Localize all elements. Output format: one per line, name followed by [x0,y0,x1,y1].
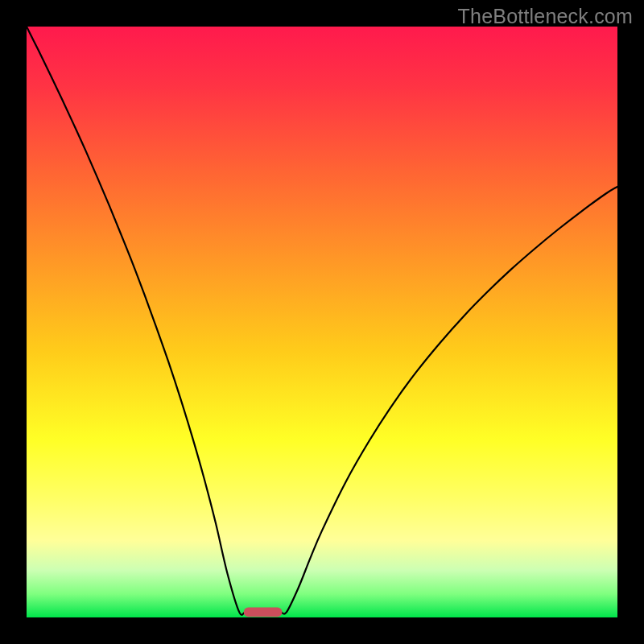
chart-svg [27,27,617,617]
minimum-marker [244,608,283,617]
plot-area [27,27,617,617]
chart-frame: TheBottleneck.com [0,0,644,644]
watermark-text: TheBottleneck.com [458,5,633,28]
